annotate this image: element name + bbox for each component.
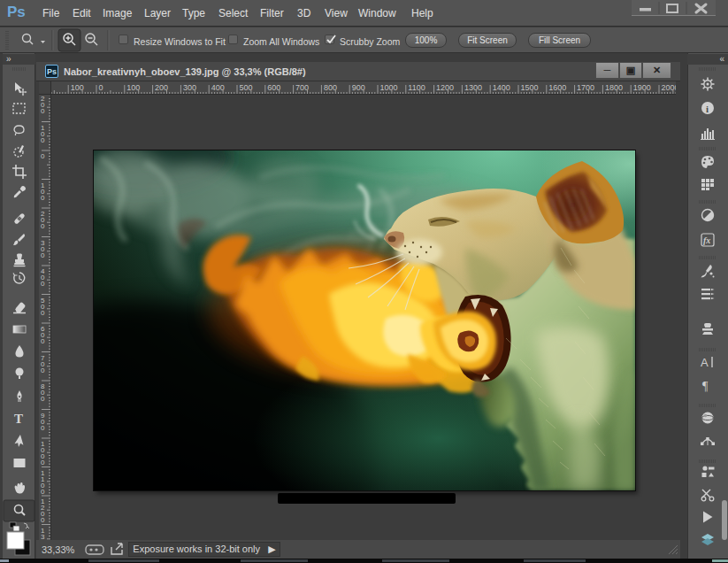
svg-text:0: 0 [41, 309, 45, 317]
svg-text:¶: ¶ [702, 380, 709, 393]
svg-text:0: 0 [41, 459, 45, 467]
svg-text:1300: 1300 [464, 83, 482, 92]
svg-text:1100: 1100 [408, 83, 425, 92]
svg-text:1600: 1600 [548, 83, 566, 92]
svg-text:0: 0 [99, 83, 103, 92]
svg-text:100: 100 [71, 83, 84, 92]
svg-text:T: T [14, 412, 23, 426]
svg-text:600: 600 [267, 83, 280, 92]
svg-text:0: 0 [41, 194, 45, 202]
svg-text:1000: 1000 [380, 83, 398, 92]
svg-text:0: 0 [41, 488, 45, 496]
svg-text:300: 300 [183, 83, 196, 92]
svg-text:1700: 1700 [577, 83, 594, 92]
svg-text:1400: 1400 [493, 83, 510, 92]
svg-text:400: 400 [211, 83, 225, 92]
svg-text:500: 500 [240, 83, 253, 92]
svg-text:100: 100 [126, 83, 140, 92]
svg-text:0: 0 [41, 366, 45, 374]
svg-text:700: 700 [295, 83, 309, 92]
svg-text:0: 0 [41, 136, 45, 144]
svg-text:0: 0 [41, 152, 45, 160]
svg-text:0: 0 [41, 516, 45, 524]
svg-text:fx: fx [703, 235, 710, 245]
svg-text:1500: 1500 [521, 83, 539, 92]
svg-text:1200: 1200 [436, 83, 454, 92]
svg-text:200: 200 [155, 83, 168, 92]
svg-text:0: 0 [41, 251, 45, 259]
svg-text:A: A [701, 356, 709, 369]
svg-text:0: 0 [41, 395, 45, 403]
svg-text:0: 0 [41, 280, 45, 288]
svg-text:0: 0 [41, 107, 45, 115]
svg-text:0: 0 [41, 424, 45, 432]
svg-text:900: 900 [352, 83, 365, 92]
svg-text:i: i [706, 104, 709, 114]
svg-text:0: 0 [41, 337, 45, 345]
svg-text:800: 800 [324, 83, 337, 92]
svg-text:2000: 2000 [662, 83, 677, 92]
svg-text:0: 0 [41, 222, 45, 230]
svg-text:1800: 1800 [605, 83, 623, 92]
svg-text:1900: 1900 [633, 83, 651, 92]
